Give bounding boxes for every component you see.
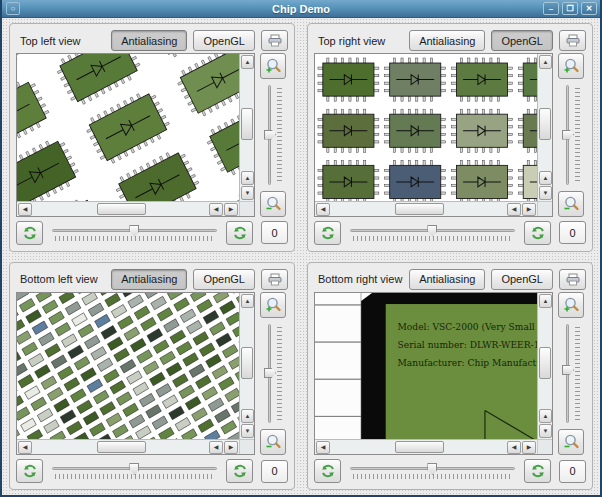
scroll-left-icon[interactable]: ◀ (316, 441, 330, 454)
opengl-button[interactable]: OpenGL (193, 269, 255, 290)
vertical-scrollbar[interactable]: ▲ ▲ ▼ (239, 293, 254, 440)
scroll-left-icon[interactable]: ◀ (209, 441, 223, 454)
scrollbar-thumb[interactable] (395, 203, 444, 215)
zoom-slider[interactable] (558, 322, 584, 426)
scroll-up-icon[interactable]: ▲ (241, 55, 254, 69)
rotate-row: 0 (314, 458, 586, 484)
zoom-slider[interactable] (260, 83, 286, 187)
rotate-right-button[interactable] (524, 459, 551, 483)
antialiasing-button[interactable]: Antialiasing (111, 269, 187, 290)
scroll-up-icon[interactable]: ▲ (241, 171, 254, 185)
zoom-out-button[interactable] (260, 429, 286, 455)
rotate-slider[interactable] (50, 459, 219, 483)
scrollbar-thumb[interactable] (97, 203, 146, 215)
scroll-right-icon[interactable]: ▶ (224, 441, 238, 454)
vertical-scrollbar[interactable]: ▲ ▲ ▼ (537, 293, 552, 440)
scroll-up-icon[interactable]: ▲ (539, 171, 552, 185)
maximize-button[interactable]: ❒ (562, 2, 578, 15)
rotate-right-button[interactable] (226, 221, 253, 245)
rotate-right-button[interactable] (524, 221, 551, 245)
scrollbar-thumb[interactable] (241, 347, 253, 379)
slider-handle[interactable] (562, 130, 574, 140)
scrollbar-thumb[interactable] (241, 108, 253, 140)
print-button[interactable] (261, 269, 288, 290)
rotate-left-button[interactable] (16, 459, 43, 483)
slider-handle[interactable] (264, 368, 276, 378)
rotate-left-button[interactable] (314, 459, 341, 483)
scroll-left-icon[interactable]: ◀ (209, 203, 223, 216)
zoom-in-button[interactable] (260, 53, 286, 79)
rotate-left-button[interactable] (314, 221, 341, 245)
scroll-down-icon[interactable]: ▼ (539, 424, 552, 438)
scroll-down-icon[interactable]: ▼ (241, 186, 254, 200)
magnifier-minus-icon (562, 433, 580, 451)
horizontal-scrollbar[interactable]: ◀ ◀ ▶ (315, 439, 537, 454)
minimize-button[interactable]: – (543, 2, 559, 15)
close-button[interactable]: ✕ (581, 2, 597, 15)
scroll-right-icon[interactable]: ▶ (522, 441, 536, 454)
zoom-slider[interactable] (558, 83, 584, 187)
rotation-spinbox[interactable]: 0 (559, 460, 586, 483)
scrollbar-thumb[interactable] (97, 441, 146, 453)
scroll-down-icon[interactable]: ▼ (241, 424, 254, 438)
slider-handle[interactable] (562, 365, 574, 375)
rotate-slider[interactable] (348, 459, 517, 483)
rotate-slider[interactable] (50, 221, 219, 245)
zoom-out-button[interactable] (260, 191, 286, 217)
slider-handle[interactable] (264, 130, 276, 140)
scrollbar-thumb[interactable] (539, 108, 551, 140)
rotate-left-icon (22, 225, 38, 241)
graphics-view[interactable]: Model: VSC-2000 (Very Small Chip) at 9 S… (314, 292, 553, 456)
horizontal-scrollbar[interactable]: ◀ ◀ ▶ (17, 439, 239, 454)
window-menu-icon[interactable]: ○ (6, 2, 20, 15)
rotation-spinbox[interactable]: 0 (559, 221, 586, 244)
rotate-right-button[interactable] (226, 459, 253, 483)
graphics-view[interactable]: ▲ ▲ ▼ ◀ ◀ ▶ (16, 53, 255, 217)
horizontal-scrollbar[interactable]: ◀ ◀ ▶ (315, 201, 537, 216)
scroll-left-icon[interactable]: ◀ (18, 441, 32, 454)
rotate-slider[interactable] (348, 221, 517, 245)
scroll-up-icon[interactable]: ▲ (241, 294, 254, 308)
print-button[interactable] (559, 269, 586, 290)
print-button[interactable] (261, 30, 288, 51)
magnifier-minus-icon (264, 195, 282, 213)
zoom-in-button[interactable] (558, 53, 584, 79)
zoom-slider[interactable] (260, 322, 286, 426)
rotation-spinbox[interactable]: 0 (261, 221, 288, 244)
scroll-up-icon[interactable]: ▲ (539, 409, 552, 423)
opengl-button[interactable]: OpenGL (491, 30, 553, 51)
rotate-left-button[interactable] (16, 221, 43, 245)
rotation-spinbox[interactable]: 0 (261, 460, 288, 483)
zoom-in-button[interactable] (558, 292, 584, 318)
view-label: Top right view (318, 35, 385, 47)
horizontal-scrollbar[interactable]: ◀ ◀ ▶ (17, 201, 239, 216)
print-button[interactable] (559, 30, 586, 51)
vertical-scrollbar[interactable]: ▲ ▲ ▼ (239, 54, 254, 201)
zoom-out-button[interactable] (558, 429, 584, 455)
scrollbar-thumb[interactable] (539, 347, 551, 379)
antialiasing-button[interactable]: Antialiasing (111, 30, 187, 51)
scroll-down-icon[interactable]: ▼ (539, 186, 552, 200)
opengl-button[interactable]: OpenGL (491, 269, 553, 290)
opengl-button[interactable]: OpenGL (193, 30, 255, 51)
zoom-in-button[interactable] (260, 292, 286, 318)
scroll-left-icon[interactable]: ◀ (507, 441, 521, 454)
window-controls: – ❒ ✕ (543, 2, 597, 15)
chip-scene-svg (17, 54, 239, 201)
vertical-scrollbar[interactable]: ▲ ▲ ▼ (537, 54, 552, 201)
scrollbar-thumb[interactable] (395, 441, 444, 453)
scroll-up-icon[interactable]: ▲ (241, 409, 254, 423)
graphics-view[interactable]: ▲ ▲ ▼ ◀ ◀ ▶ (314, 53, 553, 217)
scroll-up-icon[interactable]: ▲ (539, 294, 552, 308)
zoom-column (258, 53, 288, 217)
scroll-left-icon[interactable]: ◀ (18, 203, 32, 216)
scroll-left-icon[interactable]: ◀ (316, 203, 330, 216)
zoom-out-button[interactable] (558, 191, 584, 217)
antialiasing-button[interactable]: Antialiasing (409, 30, 485, 51)
antialiasing-button[interactable]: Antialiasing (409, 269, 485, 290)
graphics-view[interactable]: ▲ ▲ ▼ ◀ ◀ ▶ (16, 292, 255, 456)
scroll-left-icon[interactable]: ◀ (507, 203, 521, 216)
scroll-right-icon[interactable]: ▶ (224, 203, 238, 216)
scroll-up-icon[interactable]: ▲ (539, 55, 552, 69)
scroll-right-icon[interactable]: ▶ (522, 203, 536, 216)
